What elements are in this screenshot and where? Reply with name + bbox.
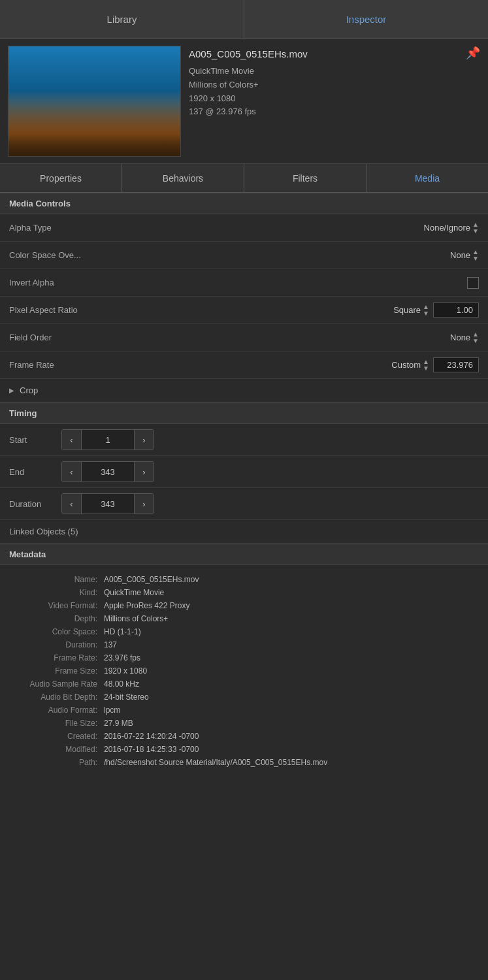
duration-stepper: ‹ 343 ›	[61, 493, 154, 514]
frame-rate-value: Custom ▲▼ 23.976	[391, 357, 479, 372]
field-order-row: Field Order None ▲▼	[0, 324, 488, 351]
start-increment-button[interactable]: ›	[134, 430, 154, 449]
metadata-value: 24-bit Stereo	[104, 693, 479, 702]
metadata-row: Name: A005_C005_0515EHs.mov	[9, 573, 479, 586]
metadata-key: Created:	[9, 732, 104, 741]
file-name: A005_C005_0515EHs.mov	[189, 48, 480, 59]
metadata-key: Frame Size:	[9, 666, 104, 676]
crop-triangle-icon: ▶	[9, 387, 14, 394]
field-order-label: Field Order	[9, 333, 114, 342]
metadata-key: Audio Sample Rate	[9, 679, 104, 689]
pixel-aspect-dropdown[interactable]: Square ▲▼	[393, 304, 429, 317]
metadata-header: Metadata	[0, 544, 488, 565]
metadata-value: QuickTime Movie	[104, 588, 479, 597]
main-tab-bar: Library Inspector	[0, 0, 488, 39]
metadata-row: Path: /hd/Screenshot Source Material/Ita…	[9, 756, 479, 769]
metadata-section: Name: A005_C005_0515EHs.mov Kind: QuickT…	[0, 565, 488, 777]
color-space-dropdown[interactable]: None ▲▼	[450, 249, 479, 262]
linked-objects-row: Linked Objects (5)	[0, 520, 488, 544]
duration-value: 343	[82, 499, 134, 509]
tab-properties[interactable]: Properties	[0, 164, 122, 192]
duration-increment-button[interactable]: ›	[134, 494, 154, 514]
end-increment-button[interactable]: ›	[134, 462, 154, 482]
tab-library[interactable]: Library	[0, 0, 244, 39]
main-content: Media Controls Alpha Type None/Ignore ▲▼…	[0, 193, 488, 777]
metadata-value: Millions of Colors+	[104, 614, 479, 623]
metadata-row: Audio Format: lpcm	[9, 704, 479, 717]
metadata-row: Kind: QuickTime Movie	[9, 586, 479, 599]
timing-end-row: End ‹ 343 ›	[0, 456, 488, 488]
alpha-type-value: None/Ignore ▲▼	[424, 221, 479, 235]
color-space-row: Color Space Ove... None ▲▼	[0, 242, 488, 269]
metadata-row: Audio Bit Depth: 24-bit Stereo	[9, 691, 479, 704]
start-stepper: ‹ 1 ›	[61, 429, 154, 450]
metadata-row: Color Space: HD (1-1-1)	[9, 625, 479, 638]
frame-rate-dropdown[interactable]: Custom ▲▼	[391, 359, 429, 372]
metadata-row: Frame Size: 1920 x 1080	[9, 664, 479, 678]
metadata-value: 137	[104, 640, 479, 649]
color-space-arrows: ▲▼	[472, 249, 479, 262]
tab-media[interactable]: Media	[366, 164, 488, 192]
metadata-value: HD (1-1-1)	[104, 627, 479, 636]
metadata-row: Audio Sample Rate 48.00 kHz	[9, 678, 479, 691]
pixel-aspect-number[interactable]: 1.00	[433, 302, 479, 318]
metadata-row: Depth: Millions of Colors+	[9, 612, 479, 625]
media-controls-header: Media Controls	[0, 193, 488, 214]
crop-label: Crop	[20, 385, 38, 395]
start-value: 1	[82, 435, 134, 445]
tab-filters[interactable]: Filters	[244, 164, 366, 192]
metadata-value: 1920 x 1080	[104, 666, 479, 676]
metadata-key: Audio Format:	[9, 706, 104, 715]
crop-row[interactable]: ▶ Crop	[0, 379, 488, 402]
metadata-key: Duration:	[9, 640, 104, 649]
metadata-row: Created: 2016-07-22 14:20:24 -0700	[9, 730, 479, 743]
pixel-aspect-label: Pixel Aspect Ratio	[9, 305, 114, 315]
alpha-type-label: Alpha Type	[9, 223, 114, 233]
metadata-key: Frame Rate:	[9, 653, 104, 662]
tab-inspector[interactable]: Inspector	[244, 0, 488, 39]
pixel-aspect-value: Square ▲▼ 1.00	[393, 302, 479, 318]
timing-header: Timing	[0, 402, 488, 424]
metadata-key: Path:	[9, 758, 104, 767]
pin-icon[interactable]: 📌	[466, 46, 480, 60]
end-label: End	[9, 467, 61, 477]
metadata-row: Frame Rate: 23.976 fps	[9, 651, 479, 664]
color-space-label: Color Space Ove...	[9, 250, 114, 260]
metadata-key: Video Format:	[9, 601, 104, 610]
metadata-key: Audio Bit Depth:	[9, 693, 104, 702]
frame-rate-row: Frame Rate Custom ▲▼ 23.976	[0, 351, 488, 379]
duration-decrement-button[interactable]: ‹	[62, 494, 82, 514]
duration-label: Duration	[9, 499, 61, 509]
metadata-value: Apple ProRes 422 Proxy	[104, 601, 479, 610]
thumbnail	[8, 46, 181, 157]
file-resolution: 1920 x 1080	[189, 92, 480, 106]
frame-rate-number[interactable]: 23.976	[433, 357, 479, 372]
end-value: 343	[82, 467, 134, 477]
metadata-row: Duration: 137	[9, 638, 479, 651]
metadata-value: 48.00 kHz	[104, 679, 479, 689]
alpha-type-arrows: ▲▼	[472, 221, 479, 235]
frame-rate-label: Frame Rate	[9, 360, 114, 370]
frame-rate-arrows: ▲▼	[423, 359, 429, 372]
invert-alpha-label: Invert Alpha	[9, 278, 114, 287]
pixel-aspect-arrows: ▲▼	[423, 304, 429, 317]
invert-alpha-checkbox[interactable]	[467, 277, 479, 289]
timing-duration-row: Duration ‹ 343 ›	[0, 488, 488, 520]
field-order-arrows: ▲▼	[472, 331, 479, 344]
pixel-aspect-row: Pixel Aspect Ratio Square ▲▼ 1.00	[0, 297, 488, 324]
metadata-value: A005_C005_0515EHs.mov	[104, 575, 479, 584]
start-decrement-button[interactable]: ‹	[62, 430, 82, 449]
field-order-dropdown[interactable]: None ▲▼	[450, 331, 479, 344]
alpha-type-dropdown[interactable]: None/Ignore ▲▼	[424, 221, 479, 235]
file-header: A005_C005_0515EHs.mov QuickTime Movie Mi…	[0, 39, 488, 164]
field-order-value: None ▲▼	[450, 331, 479, 344]
metadata-value: /hd/Screenshot Source Material/Italy/A00…	[104, 758, 479, 767]
linked-objects-label: Linked Objects (5)	[9, 527, 78, 536]
start-label: Start	[9, 435, 61, 445]
metadata-key: File Size:	[9, 719, 104, 728]
metadata-key: Name:	[9, 575, 104, 584]
metadata-value: 23.976 fps	[104, 653, 479, 662]
tab-behaviors[interactable]: Behaviors	[122, 164, 244, 192]
end-decrement-button[interactable]: ‹	[62, 462, 82, 482]
metadata-key: Kind:	[9, 588, 104, 597]
